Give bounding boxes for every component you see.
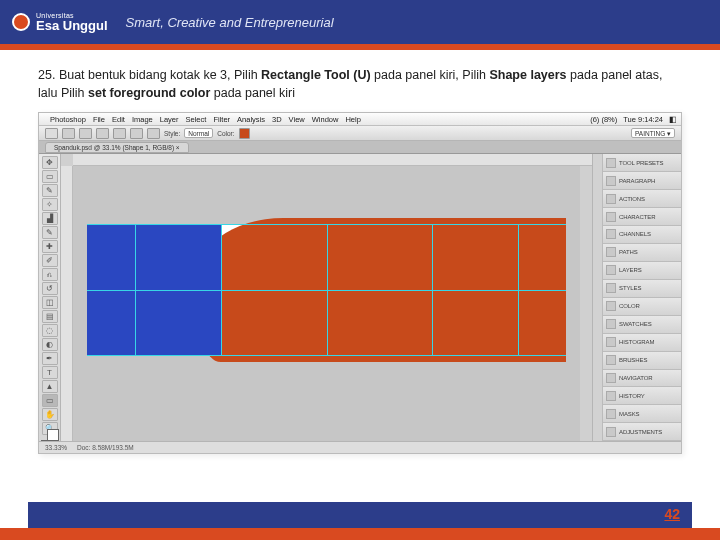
panel-item[interactable]: PARAGRAPH xyxy=(603,172,681,190)
gradient-tool-icon[interactable]: ▤ xyxy=(42,310,58,323)
panel-icon xyxy=(606,247,616,257)
mac-menubar: Photoshop File Edit Image Layer Select F… xyxy=(39,113,681,126)
eyedropper-tool-icon[interactable]: ✎ xyxy=(42,226,58,239)
ruler-horizontal xyxy=(73,154,592,166)
document-tab-bar: Spanduk.psd @ 33.1% (Shape 1, RGB/8) × xyxy=(39,141,681,154)
panel-icon xyxy=(606,265,616,275)
menu-item[interactable]: 3D xyxy=(272,115,282,124)
workspace-switcher[interactable]: PAINTING ▾ xyxy=(631,128,675,138)
step-number: 25. xyxy=(38,68,55,82)
photoshop-screenshot: Photoshop File Edit Image Layer Select F… xyxy=(38,112,682,454)
hand-tool-icon[interactable]: ✋ xyxy=(42,408,58,421)
color-swatch-icon[interactable] xyxy=(239,128,250,139)
blur-tool-icon[interactable]: ◌ xyxy=(42,324,58,337)
panel-item[interactable]: CHANNELS xyxy=(603,226,681,244)
header-tagline: Smart, Creative and Entrepreneurial xyxy=(126,15,334,30)
panel-item[interactable]: HISTORY xyxy=(603,387,681,405)
brand-name: Esa Unggul xyxy=(36,19,108,32)
brand-logo: Universitas Esa Unggul xyxy=(12,12,108,32)
status-bar: 33.33% Doc: 8.58M/193.5M xyxy=(39,441,681,453)
stamp-tool-icon[interactable]: ⎌ xyxy=(42,268,58,281)
brush-tool-icon[interactable]: ✐ xyxy=(42,254,58,267)
tool-preset-icon[interactable] xyxy=(45,128,58,139)
menu-item[interactable]: Help xyxy=(345,115,360,124)
ruler-vertical xyxy=(61,166,73,441)
shape-combine-icon[interactable] xyxy=(113,128,126,139)
panel-icon xyxy=(606,373,616,383)
history-brush-icon[interactable]: ↺ xyxy=(42,282,58,295)
panel-collapse-strip[interactable] xyxy=(593,154,603,441)
dodge-tool-icon[interactable]: ◐ xyxy=(42,338,58,351)
fill-pixels-icon[interactable] xyxy=(96,128,109,139)
guide-line xyxy=(135,224,136,356)
menubar-right: (6) (8%) Tue 9:14:24 ◧ xyxy=(590,115,677,124)
path-select-icon[interactable]: ▲ xyxy=(42,380,58,393)
options-bar: Style: Normal Color: PAINTING ▾ xyxy=(39,126,681,141)
menu-item[interactable]: Select xyxy=(186,115,207,124)
panel-item[interactable]: MASKS xyxy=(603,405,681,423)
panel-icon xyxy=(606,355,616,365)
canvas-area xyxy=(61,154,593,441)
menu-item[interactable]: View xyxy=(289,115,305,124)
panel-item[interactable]: HISTOGRAM xyxy=(603,334,681,352)
panel-item[interactable]: STYLES xyxy=(603,280,681,298)
type-tool-icon[interactable]: T xyxy=(42,366,58,379)
marquee-tool-icon[interactable]: ▭ xyxy=(42,170,58,183)
panel-item[interactable]: PATHS xyxy=(603,244,681,262)
shape-combine-icon[interactable] xyxy=(130,128,143,139)
guide-line xyxy=(518,224,519,356)
page-header: Universitas Esa Unggul Smart, Creative a… xyxy=(0,0,720,44)
panel-icon xyxy=(606,337,616,347)
brand-text: Universitas Esa Unggul xyxy=(36,12,108,32)
panel-item[interactable]: NAVIGATOR xyxy=(603,370,681,388)
heal-tool-icon[interactable]: ✚ xyxy=(42,240,58,253)
menu-item[interactable]: Layer xyxy=(160,115,179,124)
panel-item[interactable]: CHARACTER xyxy=(603,208,681,226)
spotlight-icon[interactable]: ◧ xyxy=(669,115,677,124)
canvas[interactable] xyxy=(73,166,580,441)
rectangle-tool-icon[interactable]: ▭ xyxy=(42,394,58,407)
panel-item[interactable]: COLOR xyxy=(603,298,681,316)
panel-icon xyxy=(606,212,616,222)
panel-item[interactable]: TOOL PRESETS xyxy=(603,154,681,172)
doc-size: Doc: 8.58M/193.5M xyxy=(77,444,134,451)
clock: Tue 9:14:24 xyxy=(623,115,663,124)
lasso-tool-icon[interactable]: ✎ xyxy=(42,184,58,197)
menu-item[interactable]: File xyxy=(93,115,105,124)
menu-item[interactable]: Image xyxy=(132,115,153,124)
logo-mark-icon xyxy=(12,13,30,31)
menu-item[interactable]: Photoshop xyxy=(50,115,86,124)
pen-tool-icon[interactable]: ✒ xyxy=(42,352,58,365)
style-select[interactable]: Normal xyxy=(184,128,213,138)
panel-icon xyxy=(606,229,616,239)
panel-item[interactable]: LAYERS xyxy=(603,262,681,280)
page-number: 42 xyxy=(664,506,680,522)
panel-icon xyxy=(606,427,616,437)
panel-item[interactable]: SWATCHES xyxy=(603,316,681,334)
menu-item[interactable]: Window xyxy=(312,115,339,124)
move-tool-icon[interactable]: ✥ xyxy=(42,156,58,169)
panel-item[interactable]: ACTIONS xyxy=(603,190,681,208)
document-tab[interactable]: Spanduk.psd @ 33.1% (Shape 1, RGB/8) × xyxy=(45,142,189,153)
shape-combine-icon[interactable] xyxy=(147,128,160,139)
crop-tool-icon[interactable]: ▟ xyxy=(42,212,58,225)
panel-icon xyxy=(606,158,616,168)
menu-item[interactable]: Analysis xyxy=(237,115,265,124)
shape-layers-icon[interactable] xyxy=(62,128,75,139)
menu-item[interactable]: Edit xyxy=(112,115,125,124)
wand-tool-icon[interactable]: ✧ xyxy=(42,198,58,211)
eraser-tool-icon[interactable]: ◫ xyxy=(42,296,58,309)
zoom-level[interactable]: 33.33% xyxy=(45,444,67,451)
toolbox: ✥ ▭ ✎ ✧ ▟ ✎ ✚ ✐ ⎌ ↺ ◫ ▤ ◌ ◐ ✒ T ▲ ▭ ✋ 🔍 xyxy=(39,154,61,441)
paths-mode-icon[interactable] xyxy=(79,128,92,139)
guide-line xyxy=(327,224,328,356)
battery-status: (6) (8%) xyxy=(590,115,617,124)
panel-icon xyxy=(606,301,616,311)
panel-icon xyxy=(606,391,616,401)
menu-item[interactable]: Filter xyxy=(213,115,230,124)
guide-line xyxy=(432,224,433,356)
panel-icon xyxy=(606,194,616,204)
panel-item[interactable]: ADJUSTMENTS xyxy=(603,423,681,441)
panel-dock: TOOL PRESETS PARAGRAPH ACTIONS CHARACTER… xyxy=(593,154,681,441)
panel-item[interactable]: BRUSHES xyxy=(603,352,681,370)
